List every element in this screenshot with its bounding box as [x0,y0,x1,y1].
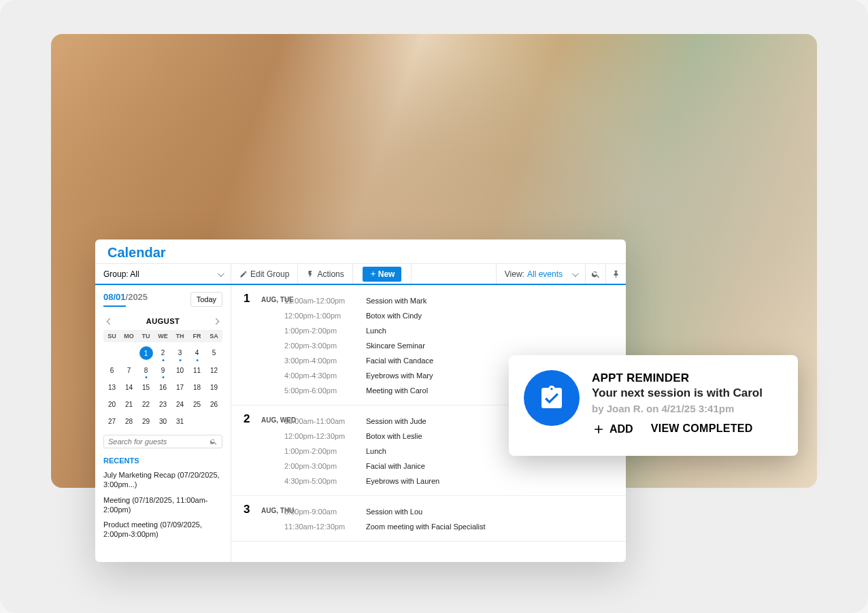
calendar-day[interactable]: 8 [137,364,154,377]
calendar-day[interactable]: 19 [205,381,222,394]
calendar-day[interactable]: 2 [154,346,171,360]
event-time: 2:00pm-3:00pm [284,342,366,350]
recent-item[interactable]: July Marketing Recap (07/20/2025, 3:00pm… [103,470,222,490]
calendar-day[interactable]: 4 [188,346,205,360]
day-number: 3 [244,503,258,516]
calendar-day[interactable]: 30 [154,415,171,428]
event-title: Facial with Candace [366,357,433,365]
event-time: 4:00pm-4:30pm [284,371,366,380]
calendar-day[interactable]: 13 [103,381,120,394]
event-time: 3:00pm-4:00pm [284,357,366,365]
event-time: 2:00pm-3:00pm [284,462,366,470]
calendar-day[interactable]: 23 [154,398,171,411]
calendar-day[interactable]: 27 [103,415,120,428]
calendar-day[interactable]: 22 [137,398,154,411]
calendar-day[interactable]: 16 [154,381,171,394]
calendar-day[interactable]: 11 [188,364,205,377]
new-label: New [378,269,395,279]
calendar-day[interactable]: 26 [205,398,222,411]
plus-icon [369,270,377,278]
event-row[interactable]: 1:00pm-2:00pmLunch [231,323,626,338]
event-time: 12:00pm-12:30pm [284,432,366,440]
reminder-add-button[interactable]: ADD [592,423,633,436]
event-title: Session with Lou [366,508,422,516]
event-title: Lunch [366,327,386,335]
actions-button[interactable]: Actions [298,264,352,284]
chevron-left-icon [107,316,112,326]
view-selector[interactable]: View: All events [496,264,585,284]
selected-date: 08/01/2025 [103,292,148,307]
reminder-title: APPT REMINDER [592,371,783,385]
calendar-day[interactable]: 3 [171,346,188,360]
search-icon [210,437,218,446]
actions-label: Actions [317,269,344,279]
reminder-card: APPT REMINDER Your next session is with … [509,355,798,456]
edit-group-label: Edit Group [250,269,289,279]
lightning-icon [306,270,314,278]
group-selector-label: Group: All [103,269,139,279]
calendar-day[interactable]: 6 [103,364,120,377]
pin-button[interactable] [605,264,626,284]
edit-group-button[interactable]: Edit Group [231,264,298,284]
calendar-day[interactable]: 24 [171,398,188,411]
event-time: 5:00pm-6:00pm [284,386,366,395]
prev-month-button[interactable] [103,316,116,326]
event-time: 1:00pm-2:00pm [284,447,366,455]
calendar-day[interactable]: 14 [120,381,137,394]
recents-header: RECENTS [103,457,222,465]
event-row[interactable]: 12:00pm-1:00pmBotox with Cindy [231,308,626,323]
event-row[interactable]: 4:30pm-5:00pmEyebrows with Lauren [231,474,626,488]
event-title: Meeting with Carol [366,386,428,395]
calendar-day[interactable]: 15 [137,381,154,394]
calendar-day[interactable]: 28 [120,415,137,428]
calendar-day[interactable]: 10 [171,364,188,377]
day-of-week-header: SU MO TU WE TH FR SA [103,330,222,342]
day-number: 2 [244,412,258,426]
calendar-day[interactable]: 12 [205,364,222,377]
search-button[interactable] [585,264,605,284]
event-row[interactable]: 11:30am-12:30pmZoom meeting with Facial … [231,519,626,534]
event-row[interactable]: 2:00pm-3:00pmFacial with Janice [231,459,626,474]
recent-item[interactable]: Product meeting (07/09/2025, 2:00pm-3:00… [103,520,222,540]
mini-calendar-grid: ..12345678910111213141516171819202122232… [103,346,222,428]
event-time: 10:00am-11:00am [284,417,366,425]
event-title: Eyebrows with Lauren [366,477,439,485]
event-time: 11:00am-12:00pm [284,297,366,305]
calendar-sidebar: 08/01/2025 Today AUGUST SU MO TU WE TH F… [95,285,231,562]
calendar-day[interactable]: 31 [171,415,188,428]
new-button[interactable]: New [363,267,402,282]
recent-item[interactable]: Meeting (07/18/2025, 11:00am-2:00pm) [103,495,222,515]
event-title: Skincare Seminar [366,342,425,350]
calendar-toolbar: Group: All Edit Group Actions New View: … [95,263,626,285]
pencil-icon [239,270,248,278]
event-time: 12:00pm-1:00pm [284,312,366,320]
calendar-day[interactable]: 5 [205,346,222,360]
event-row[interactable]: 2:00pm-3:00pmSkincare Seminar [231,338,626,353]
group-selector[interactable]: Group: All [95,264,231,284]
guest-search-input[interactable] [108,437,210,446]
calendar-day[interactable]: 17 [171,381,188,394]
event-title: Lunch [366,447,386,455]
calendar-day[interactable]: 21 [120,398,137,411]
next-month-button[interactable] [210,316,222,326]
guest-search[interactable] [103,435,222,448]
reminder-subtitle: Your next session is with Carol [592,386,783,400]
calendar-day[interactable]: 29 [137,415,154,428]
calendar-title: Calendar [107,245,614,261]
view-label: View: [505,269,524,279]
search-icon [591,269,601,279]
reminder-view-completed-button[interactable]: VIEW COMPLETED [651,423,753,436]
month-label: AUGUST [146,317,180,325]
calendar-day[interactable]: 1 [139,346,153,360]
chevron-right-icon [214,316,218,326]
calendar-day[interactable]: 18 [188,381,205,394]
event-title: Botox with Leslie [366,432,422,440]
calendar-day[interactable]: 9 [154,364,171,377]
calendar-day[interactable]: 20 [103,398,120,411]
event-time: 4:30pm-5:00pm [284,477,366,485]
day-number: 1 [244,292,258,305]
today-button[interactable]: Today [190,292,222,307]
plus-icon [592,423,605,436]
calendar-day[interactable]: 25 [188,398,205,411]
calendar-day[interactable]: 7 [120,364,137,377]
